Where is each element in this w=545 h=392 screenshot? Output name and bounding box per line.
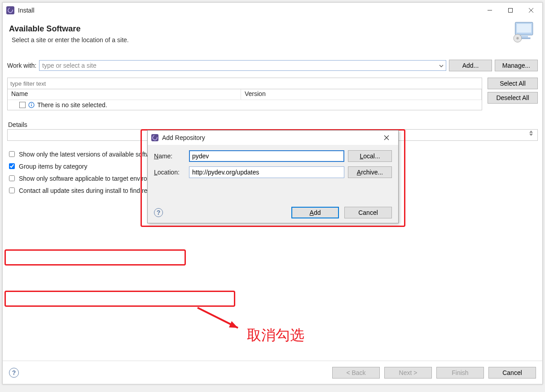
column-version[interactable]: Version [241,89,482,100]
finish-button[interactable]: Finish [436,367,484,379]
modal-title: Add Repository [162,134,205,141]
chevron-down-icon [439,63,444,68]
modal-name-input[interactable] [189,150,344,162]
modal-help-icon[interactable]: ? [154,208,163,217]
window-title: Install [18,7,35,14]
modal-button-bar: ? Add Cancel [148,202,398,223]
site-combobox[interactable]: type or select a site [39,60,446,71]
details-label: Details [8,121,538,128]
opt-group-checkbox[interactable] [9,163,15,169]
window-titlebar: Install [3,3,542,18]
modal-titlebar: Add Repository [148,131,398,145]
window-close-button[interactable] [521,4,541,17]
opt-latest-label: Show only the latest versions of availab… [19,151,159,158]
install-art-icon [512,21,538,43]
modal-location-label: Location: [154,169,185,176]
wizard-header: Available Software Select a site or ente… [3,18,542,52]
cancel-button[interactable]: Cancel [488,367,536,379]
work-with-row: Work with: type or select a site Add... … [7,60,538,71]
opt-latest-checkbox[interactable] [9,151,15,157]
help-icon[interactable]: ? [9,368,19,378]
eclipse-icon [151,134,158,141]
opt-applicable-checkbox[interactable] [9,175,15,181]
software-area: Name Version There is no site selected. … [7,78,538,110]
page-subtitle: Select a site or enter the location of a… [12,36,488,44]
modal-location-input[interactable] [189,166,344,178]
add-site-button[interactable]: Add... [449,60,492,71]
modal-name-label: Name: [154,152,185,160]
back-button[interactable]: < Back [332,367,380,379]
svg-point-9 [516,37,519,39]
modal-name-row: Name: Local... [154,150,392,162]
details-spinner[interactable] [529,131,536,139]
table-row: There is no site selected. [8,100,482,110]
window-minimize-button[interactable] [479,4,500,17]
row-checkbox[interactable] [19,102,26,108]
table-header: Name Version [8,89,482,100]
svg-rect-1 [509,9,513,13]
work-with-label: Work with: [7,62,36,69]
window-maximize-button[interactable] [500,4,521,17]
modal-location-row: Location: Archive... [154,166,392,178]
software-table[interactable]: Name Version There is no site selected. [7,89,482,110]
column-name[interactable]: Name [8,89,241,100]
site-combobox-placeholder: type or select a site [42,62,97,69]
deselect-all-button[interactable]: Deselect All [488,92,538,104]
empty-message: There is no site selected. [37,101,107,109]
next-button[interactable]: Next > [384,367,432,379]
eclipse-icon [6,6,14,14]
modal-cancel-button[interactable]: Cancel [344,207,392,218]
opt-group-label: Group items by category [19,163,88,170]
wizard-button-bar: ? < Back Next > Finish Cancel [3,361,542,384]
info-icon [28,102,35,108]
select-all-button[interactable]: Select All [488,78,538,89]
svg-rect-5 [517,24,531,33]
add-repository-dialog: Add Repository Name: Local... Location: … [147,130,399,223]
modal-close-button[interactable] [378,131,396,144]
modal-archive-button[interactable]: Archive... [348,166,392,178]
modal-local-button[interactable]: Local... [348,150,392,162]
svg-rect-12 [31,103,32,104]
page-title: Available Software [9,24,488,34]
opt-applicable-label: Show only software applicable to target … [19,175,165,182]
svg-rect-11 [31,105,32,106]
modal-add-button[interactable]: Add [291,207,339,218]
filter-input[interactable] [7,78,482,89]
manage-sites-button[interactable]: Manage... [495,60,538,71]
opt-contact-checkbox[interactable] [9,187,15,193]
